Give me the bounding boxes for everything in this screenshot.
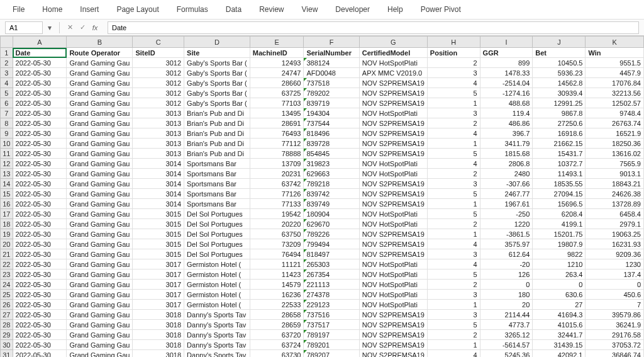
ribbon-tab-page-layout[interactable]: Page Layout (109, 3, 166, 16)
cell[interactable]: 3013 (133, 128, 184, 139)
cell[interactable]: Germiston Hotel ( (184, 269, 250, 280)
cell[interactable]: 2467.77 (480, 189, 533, 199)
cell[interactable]: 16236 (250, 290, 304, 300)
cell[interactable]: 5 (427, 320, 480, 330)
cell[interactable]: 267354 (304, 269, 359, 280)
cell[interactable]: 3014 (133, 199, 184, 209)
fx-icon[interactable]: fx (90, 24, 100, 31)
cell[interactable]: SerialNumber (304, 48, 359, 58)
cell[interactable]: 3015 (133, 209, 184, 219)
name-box[interactable] (5, 21, 43, 34)
ribbon-tab-help[interactable]: Help (380, 3, 411, 16)
cell[interactable]: 180904 (304, 209, 359, 219)
cell[interactable]: 9867.8 (533, 108, 586, 118)
cell[interactable]: Bet (533, 48, 586, 58)
cell[interactable]: 3014 (133, 159, 184, 169)
cell[interactable]: 6458.4 (586, 209, 644, 219)
row-header[interactable]: 1 (1, 48, 13, 58)
cell[interactable]: NOV S2PREMSA19 (359, 88, 427, 98)
cell[interactable]: 2806.8 (480, 159, 533, 169)
cell[interactable]: NOV S2PREMSA19 (359, 330, 427, 340)
ribbon-tab-developer[interactable]: Developer (328, 3, 377, 16)
row-header[interactable]: 5 (1, 88, 13, 98)
row-header[interactable]: 14 (1, 179, 13, 189)
cell[interactable]: 2022-05-30 (13, 290, 67, 300)
cell[interactable]: 4 (427, 159, 480, 169)
cell[interactable]: 5 (427, 189, 480, 199)
cell[interactable]: 3013 (133, 118, 184, 128)
cell[interactable]: NOV HotSpotPlati (359, 280, 427, 290)
cell[interactable]: 28659 (250, 320, 304, 330)
row-header[interactable]: 30 (1, 340, 13, 350)
cell[interactable]: 2022-05-30 (13, 118, 67, 128)
cell[interactable]: Grand Gaming Gau (67, 58, 133, 68)
cell[interactable]: 2022-05-30 (13, 149, 67, 159)
cell[interactable]: 737516 (304, 310, 359, 320)
cell[interactable]: NOV HotSpotPlati (359, 58, 427, 68)
cell[interactable]: 6208.4 (533, 209, 586, 219)
cell[interactable]: 839749 (304, 199, 359, 209)
cell[interactable]: Danny's Sports Tav (184, 310, 250, 320)
cell[interactable]: 13728.89 (586, 199, 644, 209)
cell[interactable]: Route Operator (67, 48, 133, 58)
cell[interactable]: 3 (427, 310, 480, 320)
cell[interactable]: 11423 (250, 269, 304, 280)
cell[interactable]: NOV HotSpotPlati (359, 219, 427, 229)
cell[interactable]: 450.6 (586, 290, 644, 300)
cell[interactable]: 12493 (250, 58, 304, 68)
cell[interactable]: 19807.9 (533, 239, 586, 249)
cell[interactable]: 1 (427, 139, 480, 149)
cell[interactable]: 2022-05-30 (13, 219, 67, 229)
cell[interactable]: Brian's Pub and Di (184, 139, 250, 149)
cell[interactable]: AFD0048 (304, 68, 359, 78)
cell[interactable]: Brian's Pub and Di (184, 108, 250, 118)
cell[interactable]: 2022-05-30 (13, 280, 67, 290)
column-header-G[interactable]: G (359, 37, 427, 48)
cell[interactable]: Grand Gaming Gau (67, 98, 133, 108)
cell[interactable]: NOV S2PREMSA19 (359, 229, 427, 239)
cell[interactable]: 1478.33 (480, 68, 533, 78)
cell[interactable]: SiteID (133, 48, 184, 58)
cell[interactable]: 488.68 (480, 98, 533, 108)
cell[interactable]: Brian's Pub and Di (184, 149, 250, 159)
cell[interactable]: 63742 (250, 179, 304, 189)
cell[interactable]: 1 (427, 300, 480, 310)
cell[interactable]: 4 (427, 350, 480, 358)
cell[interactable]: 2022-05-30 (13, 209, 67, 219)
cell[interactable]: 2022-05-30 (13, 249, 67, 259)
cell[interactable]: 11493.1 (533, 169, 586, 179)
cell[interactable]: 3017 (133, 300, 184, 310)
cell[interactable]: -1274.16 (480, 88, 533, 98)
cell[interactable]: 3017 (133, 269, 184, 280)
cell[interactable]: 5 (427, 209, 480, 219)
cell[interactable]: 3013 (133, 139, 184, 149)
cell[interactable]: 119.4 (480, 108, 533, 118)
cell[interactable]: Win (586, 48, 644, 58)
cell[interactable]: 3265.12 (480, 330, 533, 340)
cell[interactable]: 63750 (250, 229, 304, 239)
name-box-dropdown-icon[interactable]: ▾ (45, 23, 54, 32)
cell[interactable]: Germiston Hotel ( (184, 280, 250, 290)
cell[interactable]: 3 (427, 68, 480, 78)
cell[interactable]: 3018 (133, 350, 184, 358)
cell[interactable]: 15431.7 (533, 149, 586, 159)
cell[interactable]: Grand Gaming Gau (67, 128, 133, 139)
cell[interactable]: 73209 (250, 239, 304, 249)
cell[interactable]: 3012 (133, 58, 184, 68)
cell[interactable]: 5245.36 (480, 350, 533, 358)
cell[interactable]: Danny's Sports Tav (184, 340, 250, 350)
cell[interactable]: 2 (427, 280, 480, 290)
cell[interactable]: 76493 (250, 128, 304, 139)
cell[interactable]: 76494 (250, 249, 304, 259)
cell[interactable]: Germiston Hotel ( (184, 259, 250, 269)
cell[interactable]: 1 (427, 229, 480, 239)
cell[interactable]: Del Sol Portugues (184, 249, 250, 259)
cell[interactable]: Gaby's Sports Bar ( (184, 88, 250, 98)
cell[interactable]: 2022-05-30 (13, 98, 67, 108)
cell[interactable]: GGR (480, 48, 533, 58)
cell[interactable]: 9013.1 (586, 169, 644, 179)
cell[interactable]: NOV HotSpotPlati (359, 259, 427, 269)
cell[interactable]: 5 (427, 269, 480, 280)
cell[interactable]: 16918.6 (533, 128, 586, 139)
cell[interactable]: 37053.72 (586, 340, 644, 350)
